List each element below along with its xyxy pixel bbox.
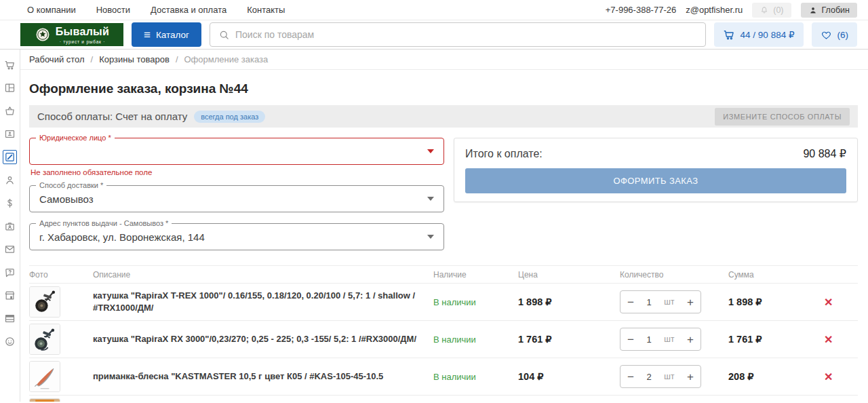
sidebar-item-person-icon[interactable]: [3, 173, 17, 187]
increase-quantity-button[interactable]: +: [687, 334, 694, 345]
quantity-stepper[interactable]: − 1 шт +: [620, 328, 701, 351]
sidebar-item-chat-icon[interactable]: [3, 265, 17, 280]
topbar-right: +7-996-388-77-26 z@optfisher.ru (0) Глоб…: [606, 3, 857, 18]
chevron-down-icon: [427, 149, 434, 153]
table-row: одежда-носки рыбацкие/XL/2 шва/неопрен/7…: [29, 396, 858, 402]
legal-entity-label: Юридическое лицо *: [36, 134, 115, 142]
product-description[interactable]: катушка "RapiraX T-REX 1000"/ 0.16/155, …: [93, 290, 427, 313]
product-price: 1 761 ₽: [518, 334, 552, 345]
cart-button[interactable]: 44 / 90 884 ₽: [714, 22, 804, 47]
product-photo-reel2[interactable]: [29, 324, 60, 355]
column-header: Наличие: [433, 270, 518, 280]
topbar-link[interactable]: О компании: [27, 5, 76, 15]
checkout-page: О компанииНовостиДоставка и оплатаКонтак…: [0, 0, 868, 403]
topbar-link[interactable]: Контакты: [247, 5, 285, 15]
favorites-count: (6): [837, 30, 849, 40]
increase-quantity-button[interactable]: +: [687, 371, 694, 383]
product-price: 104 ₽: [518, 371, 543, 382]
table-row: катушка "RapiraX RX 3000"/0,23/270; 0,25…: [29, 321, 858, 358]
topbar-nav: О компанииНовостиДоставка и оплатаКонтак…: [27, 5, 285, 15]
chevron-down-icon: [427, 197, 434, 201]
quantity-value[interactable]: 2: [647, 372, 652, 382]
decrease-quantity-button[interactable]: −: [627, 371, 634, 383]
sidebar-item-edit-icon[interactable]: [3, 150, 17, 164]
sidebar: [0, 50, 20, 402]
quantity-stepper[interactable]: − 2 шт +: [620, 365, 701, 388]
delivery-method-value: Самовывоз: [39, 193, 94, 205]
column-header: Фото: [29, 270, 93, 280]
availability-status: В наличии: [433, 297, 476, 307]
place-order-button[interactable]: ОФОРМИТЬ ЗАКАЗ: [465, 168, 846, 193]
legal-entity-select[interactable]: Юридическое лицо *: [29, 138, 444, 165]
user-account-button[interactable]: Глобин: [801, 3, 858, 18]
table-body: катушка "RapiraX T-REX 1000"/ 0.16/155, …: [29, 284, 858, 402]
decrease-quantity-button[interactable]: −: [627, 334, 634, 345]
product-photo-lure[interactable]: [29, 361, 60, 392]
pickup-address-value: г. Хабаровск, ул. Воронежская, 144: [39, 231, 205, 243]
increase-quantity-button[interactable]: +: [687, 296, 694, 308]
breadcrumb-item[interactable]: Корзины товаров: [99, 54, 170, 64]
main-header: Бывалый · турист и рыбак · ≡ Каталог 44 …: [0, 20, 868, 50]
table-row: катушка "RapiraX T-REX 1000"/ 0.16/155, …: [29, 284, 858, 321]
sidebar-item-dollar-icon[interactable]: [3, 196, 17, 210]
bell-icon: [760, 5, 769, 15]
quantity-value[interactable]: 1: [647, 334, 652, 345]
cart-items-table: ФотоОписаниеНаличиеЦенаКоличествоСумма к…: [29, 265, 858, 402]
logo-title: Бывалый: [56, 26, 109, 37]
notifications-button[interactable]: (0): [752, 3, 791, 18]
sidebar-item-briefcase-icon[interactable]: [3, 219, 17, 233]
main-content: Рабочий стол/Корзины товаров/Оформление …: [20, 50, 868, 402]
breadcrumb-item[interactable]: Рабочий стол: [29, 54, 85, 64]
column-header: Цена: [518, 270, 620, 280]
email-link[interactable]: z@optfisher.ru: [686, 5, 743, 15]
sidebar-item-face-icon[interactable]: [3, 334, 17, 349]
breadcrumb-separator: /: [91, 54, 94, 64]
pickup-address-label: Адрес пунктов выдачи - Самовывоз *: [36, 219, 172, 228]
catalog-button[interactable]: ≡ Каталог: [132, 22, 201, 47]
payment-badge: всегда под заказ: [194, 111, 265, 123]
quantity-unit: шт: [664, 372, 674, 381]
heart-icon: [821, 29, 832, 41]
decrease-quantity-button[interactable]: −: [627, 296, 634, 308]
favorites-button[interactable]: (6): [812, 22, 858, 47]
quantity-stepper[interactable]: − 1 шт +: [620, 290, 701, 313]
hamburger-icon: ≡: [144, 29, 151, 41]
delivery-method-label: Способ доставки *: [36, 181, 106, 190]
delivery-method-select[interactable]: Способ доставки * Самовывоз: [29, 185, 444, 212]
sidebar-item-mail-icon[interactable]: [3, 242, 17, 256]
logo-subtitle: · турист и рыбак ·: [56, 39, 109, 44]
product-description[interactable]: катушка "RapiraX RX 3000"/0,23/270; 0,25…: [93, 333, 427, 345]
remove-item-icon[interactable]: ✕: [820, 371, 837, 383]
sidebar-item-panel-icon[interactable]: [3, 311, 17, 326]
topbar-link[interactable]: Новости: [96, 5, 130, 15]
line-total: 208 ₽: [728, 371, 753, 382]
product-photo-reel[interactable]: [29, 286, 60, 318]
sidebar-item-basket-icon[interactable]: [3, 104, 17, 118]
topbar-link[interactable]: Доставка и оплата: [151, 5, 226, 15]
quantity-value[interactable]: 1: [647, 297, 652, 307]
change-payment-button[interactable]: ИЗМЕНИТЕ СПОСОБ ОПЛАТЫ: [715, 108, 850, 126]
search-icon: [218, 29, 230, 41]
product-description[interactable]: приманка-блесна "KASTMASTER 10,5 г цвет …: [93, 370, 427, 383]
total-label: Итого к оплате:: [465, 148, 542, 160]
site-logo[interactable]: Бывалый · турист и рыбак ·: [20, 23, 123, 46]
sidebar-item-cart-icon[interactable]: [3, 58, 17, 72]
order-summary-card: Итого к оплате: 90 884 ₽ ОФОРМИТЬ ЗАКАЗ: [454, 138, 858, 202]
line-total: 1 761 ₽: [728, 334, 762, 345]
pickup-address-select[interactable]: Адрес пунктов выдачи - Самовывоз * г. Ха…: [29, 223, 444, 250]
sidebar-item-id-card-icon[interactable]: [3, 127, 17, 141]
chevron-down-icon: [427, 235, 434, 239]
line-total: 1 898 ₽: [728, 296, 762, 307]
availability-status: В наличии: [433, 372, 476, 382]
sidebar-item-dashboard-icon[interactable]: [3, 81, 17, 95]
sidebar-item-store-icon[interactable]: [3, 288, 17, 303]
table-header-row: ФотоОписаниеНаличиеЦенаКоличествоСумма: [29, 265, 858, 284]
phone-number[interactable]: +7-996-388-77-26: [606, 5, 676, 15]
remove-item-icon[interactable]: ✕: [820, 296, 837, 308]
search-input[interactable]: [235, 29, 697, 40]
breadcrumb: Рабочий стол/Корзины товаров/Оформление …: [20, 50, 868, 70]
breadcrumb-item: Оформление заказа: [184, 54, 269, 64]
product-photo-socks[interactable]: [29, 398, 60, 402]
page-title: Оформление заказа, корзина №44: [29, 81, 858, 96]
remove-item-icon[interactable]: ✕: [820, 334, 837, 345]
